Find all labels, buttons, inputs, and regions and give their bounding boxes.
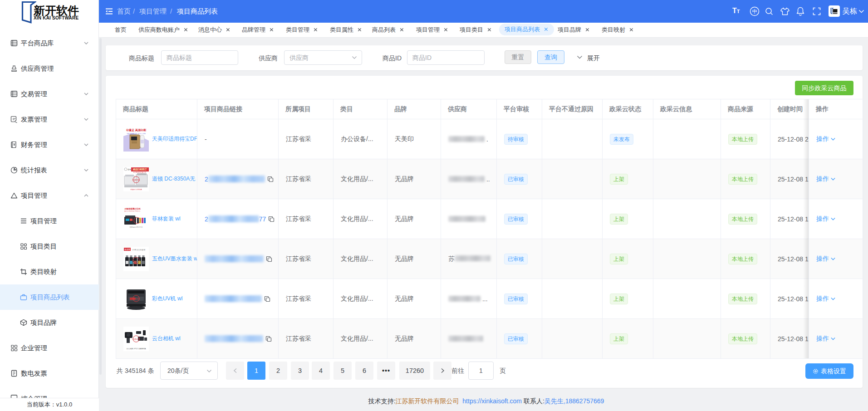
svg-text:印量足 高清印刷: 印量足 高清印刷 (126, 128, 146, 132)
svg-text:菲林输出 胶片打印: 菲林输出 胶片打印 (130, 226, 143, 228)
svg-text:道顿: 道顿 (128, 168, 131, 171)
svg-text:UV墨水五色套装: UV墨水五色套装 (132, 249, 146, 251)
svg-text:ABCD PRINTER, PRINTS: ABCD PRINTER, PRINTS (124, 210, 140, 212)
svg-text:THE BEST INK ROLL LIFE: THE BEST INK ROLL LIFE (127, 133, 146, 135)
svg-text:迅速出货: 迅速出货 (132, 298, 140, 300)
svg-text:大幅面喷墨打印机: 大幅面喷墨打印机 (124, 207, 141, 210)
svg-text:迅速切纸: 迅速切纸 (132, 179, 140, 181)
svg-text:中: 中 (752, 9, 757, 14)
svg-text:办公财务凭证装订机: 办公财务凭证装订机 (133, 171, 147, 173)
svg-text:金泰城: 金泰城 (124, 248, 130, 250)
svg-text:迅速出货: 迅速出货 (132, 338, 140, 340)
svg-text:切纸机 D-8350A: 切纸机 D-8350A (130, 189, 142, 191)
svg-text:裁切口纸装订: 裁切口纸装订 (132, 168, 147, 171)
svg-text:云台相机 PTZ CAMERA: 云台相机 PTZ CAMERA (127, 347, 146, 350)
